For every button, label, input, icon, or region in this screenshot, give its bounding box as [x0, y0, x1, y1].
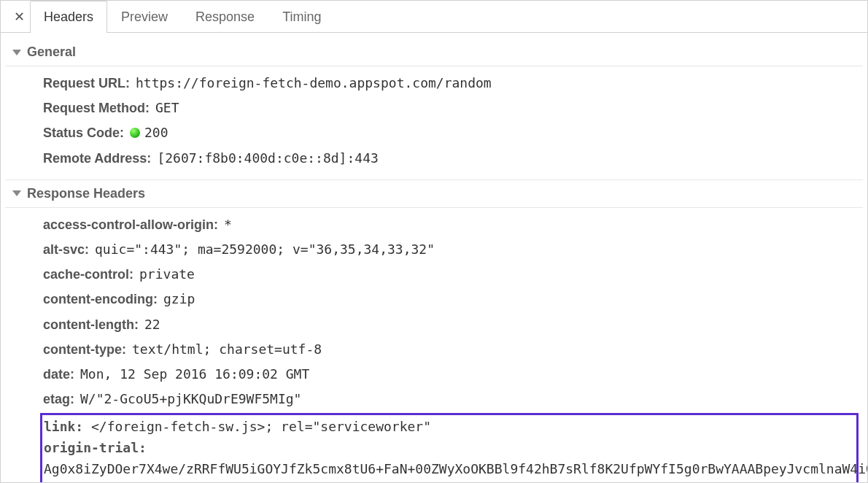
label: Request Method: [43, 96, 150, 120]
label: content-type: [43, 337, 126, 362]
row-remote-address: Remote Address: [2607:f8b0:400d:c0e::8d]… [43, 146, 859, 171]
section-title: Response Headers [27, 186, 145, 201]
value: Mon, 12 Sep 2016 16:09:02 GMT [80, 362, 309, 387]
section-header-general[interactable]: General [5, 39, 863, 66]
value: https://foreign-fetch-demo.appspot.com/r… [136, 71, 492, 96]
label: date: [43, 362, 74, 387]
row-date: date: Mon, 12 Sep 2016 16:09:02 GMT [43, 362, 859, 387]
link-line: link: </foreign-fetch-sw.js>; rel="servi… [44, 417, 431, 438]
section-header-response[interactable]: Response Headers [5, 179, 863, 208]
highlighted-headers: link: </foreign-fetch-sw.js>; rel="servi… [40, 413, 859, 482]
label: content-length: [43, 312, 139, 337]
chevron-down-icon [12, 50, 21, 55]
label: content-encoding: [43, 287, 158, 312]
tab-timing[interactable]: Timing [268, 1, 335, 33]
value: </foreign-fetch-sw.js>; rel="servicework… [91, 419, 431, 434]
section-title: General [27, 45, 76, 60]
label: access-control-allow-origin: [43, 212, 218, 237]
row-content-encoding: content-encoding: gzip [43, 287, 859, 312]
tab-response[interactable]: Response [182, 1, 268, 33]
label: cache-control: [43, 262, 133, 287]
value: 22 [144, 312, 160, 337]
status-code-text: 200 [144, 125, 168, 140]
value: W/"2-GcoU5+pjKKQuDrE9WF5MIg" [80, 387, 301, 411]
label: etag: [43, 387, 74, 411]
value: text/html; charset=utf-8 [132, 337, 322, 362]
general-list: Request URL: https://foreign-fetch-demo.… [5, 66, 863, 175]
label: Request URL: [43, 71, 130, 96]
tab-headers[interactable]: Headers [30, 1, 107, 33]
section-general: General Request URL: https://foreign-fet… [5, 39, 863, 175]
section-response-headers: Response Headers access-control-allow-or… [5, 179, 863, 482]
value: 200 [130, 120, 168, 145]
status-dot-icon [130, 128, 140, 138]
origin-trial-line: origin-trial: Ag0x8iZyDOer7X4we/zRRFfWU5… [44, 438, 867, 480]
value: private [139, 262, 195, 287]
row-link: link: </foreign-fetch-sw.js>; rel="servi… [44, 417, 855, 438]
response-headers-list: access-control-allow-origin: * alt-svc: … [5, 208, 863, 482]
row-etag: etag: W/"2-GcoU5+pjKKQuDrE9WF5MIg" [43, 387, 859, 411]
value: gzip [163, 287, 195, 312]
tab-preview[interactable]: Preview [107, 1, 182, 33]
label: link: [44, 419, 83, 434]
label: Remote Address: [43, 146, 151, 171]
row-status-code: Status Code: 200 [43, 120, 859, 145]
row-request-url: Request URL: https://foreign-fetch-demo.… [43, 71, 859, 96]
row-altsvc: alt-svc: quic=":443"; ma=2592000; v="36,… [43, 237, 859, 262]
row-content-length: content-length: 22 [43, 312, 859, 337]
chevron-down-icon [12, 190, 21, 196]
label: origin-trial: [44, 440, 147, 455]
content-area: General Request URL: https://foreign-fet… [1, 33, 867, 482]
close-icon[interactable]: ✕ [8, 1, 30, 32]
row-acao: access-control-allow-origin: * [43, 212, 859, 237]
value: Ag0x8iZyDOer7X4we/zRRFfWU5iGOYJfZk5cmx8t… [44, 461, 867, 476]
label: Status Code: [43, 120, 124, 145]
row-content-type: content-type: text/html; charset=utf-8 [43, 337, 859, 362]
row-request-method: Request Method: GET [43, 96, 859, 120]
tab-bar: ✕ Headers Preview Response Timing [1, 1, 867, 33]
row-origin-trial: origin-trial: Ag0x8iZyDOer7X4we/zRRFfWU5… [44, 438, 855, 480]
value: * [224, 212, 232, 237]
value: quic=":443"; ma=2592000; v="36,35,34,33,… [95, 237, 435, 262]
value: [2607:f8b0:400d:c0e::8d]:443 [157, 146, 378, 171]
value: GET [155, 96, 179, 120]
row-cache-control: cache-control: private [43, 262, 859, 287]
label: alt-svc: [43, 237, 89, 262]
